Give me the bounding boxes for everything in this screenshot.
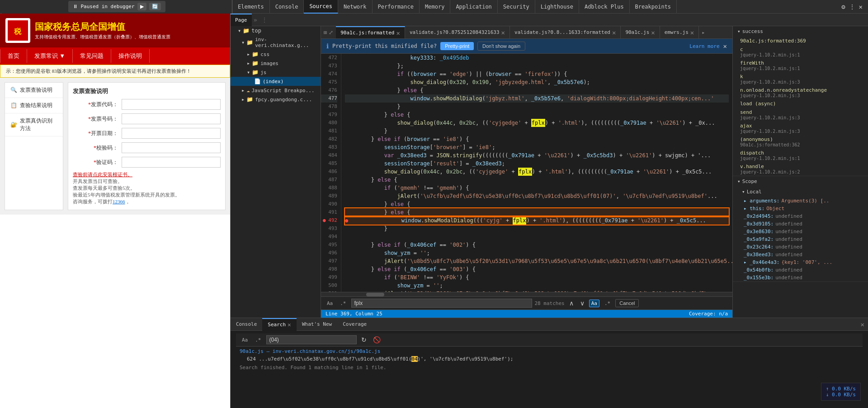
tab-memory[interactable]: Memory	[420, 0, 450, 14]
search-cancel-button[interactable]: Cancel	[615, 299, 639, 307]
captcha-input[interactable]	[122, 157, 221, 168]
close-tab-0[interactable]: ✕	[396, 29, 400, 37]
close-tab-3[interactable]: ✕	[651, 29, 655, 36]
bottom-tab-coverage[interactable]: Coverage	[337, 318, 372, 331]
sources-tab-page[interactable]: Page	[231, 14, 252, 26]
stack-item-firewith[interactable]: fireWith jquery-1.10.2.min.js:1	[733, 59, 868, 72]
search-down-button[interactable]: ∨	[578, 299, 586, 308]
stack-item-0[interactable]: 90a1c.js:formatted:369	[733, 37, 868, 45]
tab-more-icon[interactable]: »	[252, 16, 259, 23]
search-regex-btn[interactable]: .*	[602, 300, 613, 307]
close-tab-4[interactable]: ✕	[690, 29, 694, 36]
nav-home[interactable]: 首页	[0, 49, 27, 63]
file-tree-item-css[interactable]: ▸ 📁 css	[231, 50, 321, 59]
dont-show-button[interactable]: Don't show again	[477, 42, 525, 51]
invoice-num-input[interactable]	[122, 113, 221, 124]
bottom-tab-search[interactable]: Search ✕	[262, 318, 297, 331]
file-tree-item-fpcy[interactable]: ▸ 📁 fpcy.guangdong.c...	[231, 95, 321, 104]
banner-close-icon[interactable]: ✕	[723, 42, 727, 50]
file-tree-item-inv[interactable]: ▾ 📁 inv-veri.chinatax.g...	[231, 35, 321, 50]
invoice-date-input[interactable]	[122, 128, 221, 139]
scope-item-0x46e4a3[interactable]: ▸ _0x46e4a3: {key1: '007', ...	[733, 258, 868, 266]
stack-item-onload[interactable]: n.onload.n.onreadystatechange jquery-1.1…	[733, 86, 868, 99]
bottom-refresh-btn[interactable]: ↻	[359, 335, 368, 344]
scope-item-0x54b0fb[interactable]: _0x54b0fb: undefined	[733, 266, 868, 274]
call-stack-title[interactable]: ▾ success	[733, 26, 868, 37]
tab-arrow-icon[interactable]: ▸	[702, 29, 705, 36]
close-search-tab-icon[interactable]: ✕	[288, 321, 291, 328]
search-result-file[interactable]: 90a1c.js — inv-veri.chinatax.gov.cn/js/9…	[236, 347, 863, 355]
nav-knowledge[interactable]: 发票常识 ▼	[27, 49, 73, 63]
scope-item-0x5a9fa2[interactable]: _0x5a9fa2: undefined	[733, 235, 868, 243]
scope-item-0x23c264[interactable]: _0x23c264: undefined	[733, 243, 868, 251]
editor-tab-90a1c[interactable]: 90a1c.js:formatted ✕	[336, 26, 405, 38]
scope-item-this[interactable]: ▸ this: Object	[733, 205, 868, 212]
tab-performance[interactable]: Performance	[373, 0, 420, 14]
stack-item-anon[interactable]: (anonymous) 90a1c.js:formatted:362	[733, 135, 868, 149]
tab-elements[interactable]: Elements	[232, 0, 270, 14]
stack-item-load[interactable]: load (async)	[733, 99, 868, 108]
learn-more-link[interactable]: Learn more	[689, 43, 719, 49]
tab-console[interactable]: Console	[270, 0, 304, 14]
search-aa-toggle[interactable]: Aa	[325, 300, 335, 307]
bottom-regex-toggle[interactable]: .*	[253, 336, 263, 344]
stack-item-c[interactable]: c jquery-1.10.2.min.js:1	[733, 45, 868, 59]
scope-item-0x38eed3[interactable]: _0x38eed3: undefined	[733, 251, 868, 258]
scope-item-arguments[interactable]: ▸ arguments: Arguments(3) [..	[733, 197, 868, 205]
expand-editor-icon[interactable]: ⤢	[329, 29, 333, 36]
file-tree-item-breakpoints[interactable]: ▸ ☁ JavaScript Breakpo...	[231, 86, 321, 95]
resume-button[interactable]: ▶	[137, 3, 146, 10]
close-tab-2[interactable]: ✕	[612, 29, 616, 36]
tab-lighthouse[interactable]: Lighthouse	[535, 0, 579, 14]
sidebar-item-result[interactable]: 📋 查验结果说明	[5, 98, 63, 113]
tab-security[interactable]: Security	[498, 0, 535, 14]
more-icon[interactable]: ⋮	[849, 3, 855, 10]
bottom-tab-whatsnew[interactable]: What's New	[297, 318, 337, 331]
scope-item-0x2d4945[interactable]: _0x2d4945: undefined	[733, 212, 868, 220]
tab-application[interactable]: Application	[450, 0, 497, 14]
bottom-clear-btn[interactable]: 🚫	[371, 335, 382, 344]
scope-title[interactable]: ▾ Scope	[733, 176, 868, 187]
phone-link[interactable]: 12366	[113, 199, 125, 204]
invoice-code-input[interactable]	[122, 99, 221, 110]
code-area[interactable]: 472 473 474 475 476 477 478 479 480 48	[321, 54, 732, 292]
ln-492[interactable]: 492	[321, 216, 337, 225]
editor-tab-90a1c-raw[interactable]: 90a1c.js ✕	[621, 26, 660, 38]
file-tree-item-index[interactable]: 📄 (index)	[231, 77, 321, 86]
search-input[interactable]	[351, 299, 532, 308]
editor-tab-validate1[interactable]: validate.js?0.8752512084321633 ✕	[405, 26, 510, 38]
stack-item-ajax[interactable]: ajax jquery-1.10.2.min.js:3	[733, 122, 868, 135]
stack-item-send[interactable]: send jquery-1.10.2.min.js:3	[733, 108, 868, 122]
search-case-toggle[interactable]: Aa	[589, 300, 599, 307]
tab-network[interactable]: Network	[338, 0, 373, 14]
editor-tab-emwrs[interactable]: emwrs.js ✕	[660, 26, 699, 38]
sidebar-item-method[interactable]: 🔐 发票真伪识别方法	[5, 113, 63, 136]
tab-breakpoints[interactable]: Breakpoints	[630, 0, 677, 14]
search-up-button[interactable]: ∧	[567, 299, 576, 308]
stack-item-vhandle[interactable]: v.handle jquery-1.10.2.min.js:2	[733, 162, 868, 176]
verify-code-input[interactable]	[122, 142, 221, 153]
stack-item-k[interactable]: k jquery-1.10.2.min.js:3	[733, 72, 868, 86]
file-tree-item-top[interactable]: ▾ 📁 top	[231, 26, 321, 35]
close-bottom-panel-icon[interactable]: ✕	[861, 321, 864, 328]
file-tree-item-js[interactable]: ▾ 📁 js	[231, 68, 321, 77]
nav-manual[interactable]: 操作说明	[111, 49, 150, 63]
close-tab-1[interactable]: ✕	[501, 29, 505, 36]
editor-tab-validate2[interactable]: validate.js?0.8...1633:formatted ✕	[510, 26, 621, 38]
pretty-print-button[interactable]: Pretty-print	[440, 42, 474, 50]
tab-options-icon[interactable]: ⋮	[259, 17, 270, 23]
settings-icon[interactable]: ⚙	[841, 3, 845, 10]
scope-item-0x155e3b[interactable]: _0x155e3b: undefined	[733, 274, 868, 281]
search-result-line-624[interactable]: 624 ...u7edf\u5f02\u5e38\uff0c\u8bf7\u91…	[236, 355, 863, 363]
scope-item-0x3d9105[interactable]: _0x3d9105: undefined	[733, 220, 868, 228]
bottom-aa-toggle[interactable]: Aa	[240, 336, 250, 344]
horizontal-scrollbar[interactable]	[321, 292, 732, 296]
split-icon[interactable]: ⊞	[324, 29, 327, 36]
stack-item-dispatch[interactable]: dispatch jquery-1.10.2.min.js:1	[733, 149, 868, 162]
nav-faq[interactable]: 常见问题	[73, 49, 111, 63]
code-lines[interactable]: key3333: _0x495deb }; if ((browser == 'e…	[341, 54, 732, 292]
file-tree-item-images[interactable]: ▸ 📁 images	[231, 59, 321, 68]
tab-sources[interactable]: Sources	[304, 0, 338, 14]
sidebar-item-check[interactable]: 🔍 发票查验说明	[5, 83, 63, 98]
scope-item-0x3e8630[interactable]: _0x3e8630: undefined	[733, 228, 868, 235]
